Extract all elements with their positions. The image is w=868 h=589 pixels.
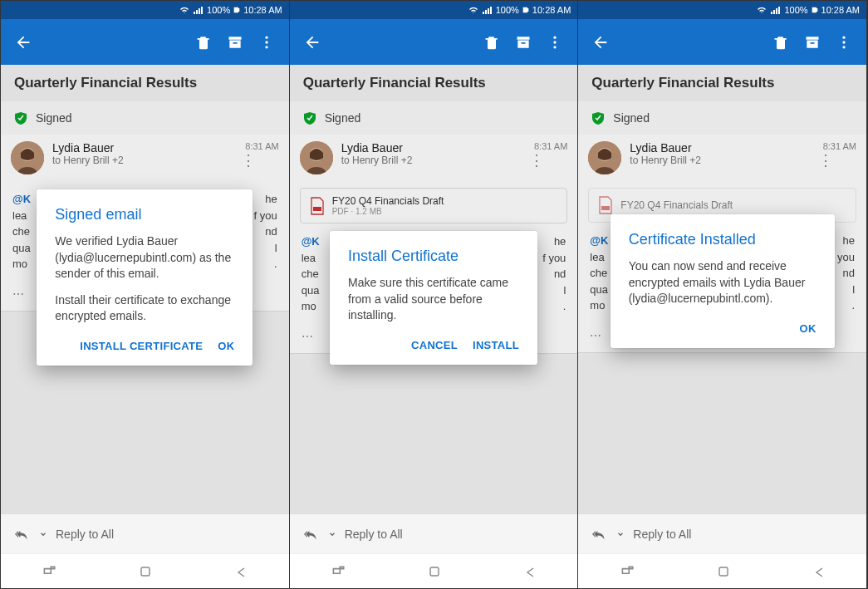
battery-percent: 100%	[496, 5, 519, 15]
signal-icon	[770, 6, 781, 15]
phone-screen-2: 100% 10:28 AM Quarterly Financial Result…	[290, 1, 579, 588]
signal-icon	[482, 6, 493, 15]
install-certificate-dialog: Install Certificate Make sure this certi…	[330, 231, 537, 365]
ok-button[interactable]: OK	[800, 322, 817, 335]
back-arrow-icon	[14, 33, 32, 52]
status-time: 10:28 AM	[243, 5, 282, 15]
reply-all-icon	[590, 528, 608, 541]
email-content: Quarterly Financial Results Signed Lydia…	[290, 65, 578, 555]
nav-back-icon[interactable]	[812, 565, 826, 578]
chevron-down-icon	[328, 530, 336, 538]
dialog-title: Signed email	[55, 206, 234, 223]
email-content: Quarterly Financial Results Signed Lydia…	[578, 65, 866, 555]
more-vert-icon	[547, 34, 563, 51]
dialog-body: Make sure this certificate came from a v…	[348, 275, 519, 324]
signed-email-dialog: Signed email We verified Lydia Bauer (ly…	[37, 189, 253, 366]
status-time: 10:28 AM	[532, 5, 571, 15]
reply-bar[interactable]: Reply to All	[290, 513, 578, 553]
install-button[interactable]: INSTALL	[473, 339, 519, 351]
wifi-icon	[468, 5, 478, 15]
reply-label: Reply to All	[633, 528, 691, 541]
back-button[interactable]	[585, 27, 616, 58]
back-button[interactable]	[7, 27, 39, 58]
nav-home-icon[interactable]	[139, 565, 152, 578]
app-toolbar	[1, 19, 289, 65]
ok-button[interactable]: OK	[218, 340, 234, 352]
reply-all-icon	[12, 528, 31, 541]
nav-recent-icon[interactable]	[331, 564, 346, 579]
more-button[interactable]	[828, 27, 860, 58]
delete-button[interactable]	[188, 27, 219, 58]
archive-button[interactable]	[797, 27, 828, 58]
battery-percent: 100%	[784, 5, 807, 15]
system-nav-bar	[578, 553, 866, 588]
reply-label: Reply to All	[56, 528, 114, 541]
archive-icon	[515, 34, 532, 51]
more-button[interactable]	[539, 27, 571, 58]
archive-button[interactable]	[219, 27, 251, 58]
dialog-body-line1: We verified Lydia Bauer (lydia@lucernepu…	[55, 233, 234, 282]
delete-button[interactable]	[765, 27, 797, 58]
trash-icon	[483, 34, 500, 51]
system-nav-bar	[290, 553, 578, 588]
archive-icon	[804, 34, 821, 51]
more-button[interactable]	[251, 27, 282, 58]
back-arrow-icon	[591, 33, 610, 52]
nav-home-icon[interactable]	[717, 565, 730, 578]
cancel-button[interactable]: CANCEL	[411, 339, 458, 351]
archive-button[interactable]	[508, 27, 539, 58]
battery-icon	[812, 5, 818, 15]
install-certificate-button[interactable]: INSTALL CERTIFICATE	[80, 340, 203, 352]
more-vert-icon	[836, 34, 852, 51]
trash-icon	[772, 34, 789, 51]
nav-back-icon[interactable]	[234, 565, 248, 578]
chevron-down-icon	[616, 530, 625, 538]
reply-bar[interactable]: Reply to All	[578, 513, 866, 553]
trash-icon	[195, 34, 212, 51]
app-toolbar	[578, 19, 866, 65]
back-arrow-icon	[303, 33, 321, 52]
status-time: 10:28 AM	[821, 5, 860, 15]
battery-icon	[522, 5, 529, 15]
delete-button[interactable]	[476, 27, 508, 58]
battery-icon	[233, 5, 240, 15]
signal-icon	[193, 6, 204, 15]
email-content: Quarterly Financial Results Signed Lydia…	[1, 65, 289, 555]
archive-icon	[227, 34, 243, 51]
dialog-title: Certificate Installed	[629, 231, 817, 248]
status-bar: 100% 10:28 AM	[1, 1, 289, 19]
dialog-body-line2: Install their certificate to exchange en…	[55, 292, 234, 325]
status-bar: 100% 10:28 AM	[290, 1, 578, 19]
status-bar: 100% 10:28 AM	[578, 1, 866, 19]
phone-screen-3: 100% 10:28 AM Quarterly Financial Result…	[578, 1, 867, 588]
reply-label: Reply to All	[345, 528, 403, 541]
nav-home-icon[interactable]	[428, 565, 441, 578]
nav-back-icon[interactable]	[523, 565, 537, 578]
nav-recent-icon[interactable]	[42, 564, 56, 579]
nav-recent-icon[interactable]	[620, 564, 635, 579]
back-button[interactable]	[297, 27, 328, 58]
reply-all-icon	[302, 528, 320, 541]
certificate-installed-dialog: Certificate Installed You can now send a…	[611, 214, 835, 348]
battery-percent: 100%	[207, 5, 230, 15]
wifi-icon	[179, 5, 189, 15]
dialog-body: You can now send and receive encrypted e…	[629, 258, 817, 307]
wifi-icon	[757, 5, 767, 15]
chevron-down-icon	[39, 530, 47, 538]
reply-bar[interactable]: Reply to All	[1, 513, 289, 553]
more-vert-icon	[258, 34, 275, 51]
phone-screen-1: 100% 10:28 AM Quarterly Financial Result…	[1, 1, 290, 588]
dialog-title: Install Certificate	[348, 248, 519, 265]
app-toolbar	[290, 19, 578, 65]
system-nav-bar	[1, 553, 289, 588]
